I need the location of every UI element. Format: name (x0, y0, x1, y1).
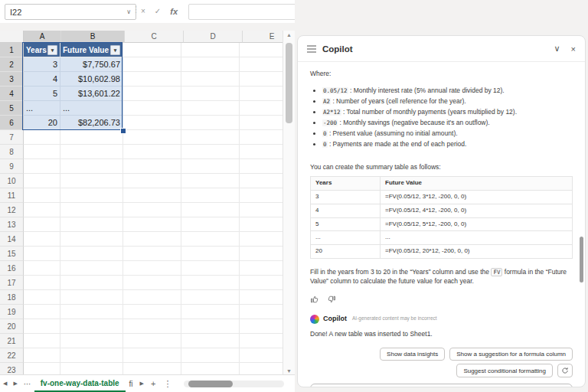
cell-B7[interactable] (60, 130, 123, 145)
cell-E3[interactable] (240, 72, 283, 87)
row-header-15[interactable]: 15 (0, 247, 24, 261)
cell-E13[interactable] (240, 217, 283, 232)
cell-E16[interactable] (240, 261, 283, 276)
row-header-6[interactable]: 6 (0, 116, 24, 130)
cell-E17[interactable] (240, 276, 283, 290)
sheet-nav-right2-icon[interactable]: ▶ (137, 381, 147, 387)
cancel-icon[interactable]: × (141, 7, 145, 15)
cell-A22[interactable] (24, 348, 60, 363)
cell-D15[interactable] (181, 247, 240, 261)
cell-B12[interactable] (60, 203, 123, 217)
row-header-4[interactable]: 4 (0, 87, 24, 101)
cell-B20[interactable] (60, 319, 123, 334)
row-header-18[interactable]: 18 (0, 290, 24, 305)
cell-A21[interactable] (24, 334, 60, 348)
cell-E23[interactable] (240, 363, 283, 375)
cell-D4[interactable] (181, 87, 240, 101)
row-header-17[interactable]: 17 (0, 276, 24, 290)
conditional-formatting-button[interactable]: Suggest conditional formatting (456, 364, 553, 377)
cell-C15[interactable] (123, 247, 181, 261)
cell-A8[interactable] (24, 145, 60, 159)
cell-C1[interactable] (123, 43, 181, 57)
menu-icon[interactable] (307, 45, 316, 53)
column-header-D[interactable]: D (184, 31, 243, 43)
row-header-7[interactable]: 7 (0, 130, 24, 145)
column-header-A[interactable]: A (24, 31, 61, 43)
cell-B1[interactable]: Future Value▾ (60, 43, 123, 57)
cell-E22[interactable] (240, 348, 283, 363)
row-header-3[interactable]: 3 (0, 72, 24, 87)
cell-D18[interactable] (181, 290, 240, 305)
cell-E12[interactable] (240, 203, 283, 217)
sheet-tab-partial[interactable]: fi (126, 380, 137, 388)
cell-C22[interactable] (123, 348, 181, 363)
cell-A9[interactable] (24, 159, 60, 174)
cell-D17[interactable] (181, 276, 240, 290)
cell-B9[interactable] (60, 159, 123, 174)
cell-D5[interactable] (181, 101, 240, 116)
row-header-16[interactable]: 16 (0, 261, 24, 276)
cell-B16[interactable] (60, 261, 123, 276)
cell-A7[interactable] (24, 130, 60, 145)
copilot-scrollbar-thumb[interactable] (580, 237, 583, 283)
cell-C3[interactable] (123, 72, 181, 87)
close-icon[interactable]: × (571, 44, 576, 54)
cell-A5[interactable]: ... (24, 101, 60, 116)
cell-E1[interactable] (240, 43, 283, 57)
cell-D11[interactable] (181, 188, 240, 203)
scroll-down-icon[interactable]: ▼ (283, 368, 295, 374)
name-box-chevron-icon[interactable]: ∨ (126, 8, 131, 15)
row-header-21[interactable]: 21 (0, 334, 24, 348)
cell-E8[interactable] (240, 145, 283, 159)
horizontal-scrollbar-thumb[interactable] (188, 381, 233, 387)
cell-E19[interactable] (240, 305, 283, 319)
column-header-E[interactable]: E (243, 31, 283, 43)
fill-handle[interactable] (120, 128, 126, 134)
refresh-suggestions-button[interactable] (557, 364, 573, 377)
cell-C21[interactable] (123, 334, 181, 348)
thumbs-down-icon[interactable] (327, 295, 336, 306)
add-sheet-icon[interactable]: + (147, 379, 159, 388)
cell-D21[interactable] (181, 334, 240, 348)
cell-D13[interactable] (181, 217, 240, 232)
cell-E5[interactable] (240, 101, 283, 116)
enter-check-icon[interactable]: ✓ (155, 7, 161, 15)
cell-A17[interactable] (24, 276, 60, 290)
scroll-up-icon[interactable]: ▲ (283, 32, 295, 38)
cell-C17[interactable] (123, 276, 181, 290)
vertical-scrollbar[interactable]: ▲ ▼ (283, 31, 295, 375)
sheet-nav-right-icon[interactable]: ▶ (10, 381, 20, 387)
row-header-1[interactable]: 1 (0, 43, 24, 57)
cell-A11[interactable] (24, 188, 60, 203)
cell-B3[interactable]: $10,602.98 (60, 72, 123, 87)
cell-E21[interactable] (240, 334, 283, 348)
cell-A23[interactable] (24, 363, 60, 375)
row-header-8[interactable]: 8 (0, 145, 24, 159)
cell-B15[interactable] (60, 247, 123, 261)
cell-B6[interactable]: $82,206.73 (60, 116, 123, 130)
cell-D9[interactable] (181, 159, 240, 174)
name-box[interactable]: I22 ∨ (5, 4, 136, 20)
cell-E9[interactable] (240, 159, 283, 174)
cell-B14[interactable] (60, 232, 123, 247)
cell-C16[interactable] (123, 261, 181, 276)
cell-D12[interactable] (181, 203, 240, 217)
cell-B2[interactable]: $7,750.67 (60, 57, 123, 72)
row-header-22[interactable]: 22 (0, 348, 24, 363)
cell-D8[interactable] (181, 145, 240, 159)
cell-D19[interactable] (181, 305, 240, 319)
cell-B11[interactable] (60, 188, 123, 203)
cell-A6[interactable]: 20 (24, 116, 60, 130)
column-header-B[interactable]: B (61, 31, 125, 43)
sheet-nav-left-icon[interactable]: ◀ (0, 381, 10, 387)
cell-A20[interactable] (24, 319, 60, 334)
cell-A10[interactable] (24, 174, 60, 188)
cell-A2[interactable]: 3 (24, 57, 60, 72)
row-header-14[interactable]: 14 (0, 232, 24, 247)
cell-B8[interactable] (60, 145, 123, 159)
cell-D7[interactable] (181, 130, 240, 145)
cell-C18[interactable] (123, 290, 181, 305)
filter-button-icon[interactable]: ▾ (110, 45, 120, 55)
cell-D1[interactable] (181, 43, 240, 57)
cell-E11[interactable] (240, 188, 283, 203)
